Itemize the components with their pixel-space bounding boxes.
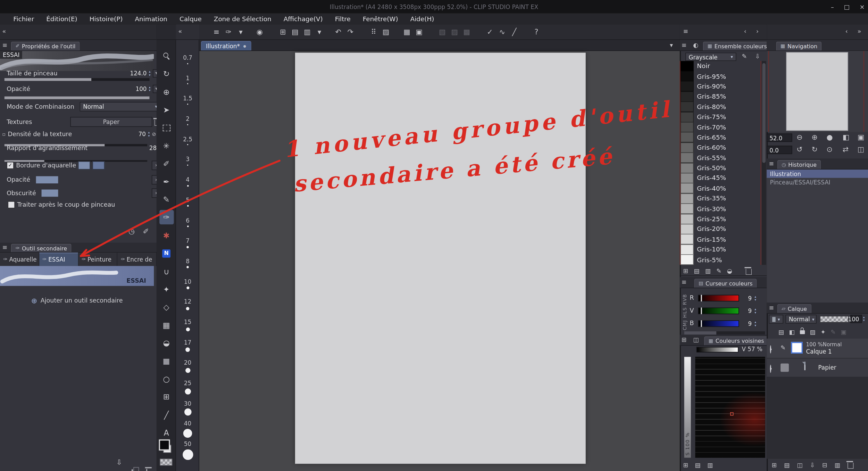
scrollbar-thumb[interactable] [684, 331, 716, 335]
register[interactable]: ◉ [253, 26, 266, 38]
prev-panel-icon[interactable]: ‹ [845, 28, 848, 34]
magnification-value[interactable]: 28 [149, 144, 157, 151]
canvas-panel-collapse-icon[interactable]: ▾ [670, 42, 673, 48]
pencil-tool[interactable]: ✎ [159, 192, 173, 207]
fill-tool[interactable]: ∪ [159, 264, 173, 278]
edge-darkness-bar[interactable] [42, 189, 58, 197]
clip-layer-icon[interactable]: ◧ [789, 329, 795, 336]
lock-pixels-icon[interactable]: ▨ [810, 329, 816, 336]
panel-menu-icon[interactable]: ≡ [2, 42, 7, 48]
auto-select-tool[interactable]: ✳ [159, 139, 173, 153]
color-model-tabs[interactable]: CMJ HLS RVB [682, 290, 687, 330]
brush-size-stepper[interactable] [149, 70, 151, 76]
tab-tool-properties[interactable]: ✐ Propriétés de l'outil [11, 42, 80, 51]
collapse-strip-icon[interactable]: « [178, 28, 182, 34]
color-set-preset-select[interactable]: Grayscale [685, 53, 736, 61]
brush-size-item[interactable]: 25 [176, 380, 199, 400]
snap-ruler[interactable]: ⠿ [368, 26, 380, 38]
open-file[interactable]: ▤ [289, 26, 301, 38]
history-item[interactable]: Illustration [767, 170, 868, 178]
panel-menu-icon[interactable]: ≡ [682, 42, 687, 48]
brush-size-item[interactable]: 3 [176, 156, 199, 176]
next-panel-icon[interactable]: › [756, 28, 759, 34]
balloon-tool[interactable]: N [159, 246, 173, 261]
opacity-slider[interactable] [5, 97, 150, 99]
layer-thumbnail[interactable] [791, 342, 802, 354]
save-file[interactable]: ▥ [301, 26, 313, 38]
menu-item[interactable]: Fichier [8, 15, 40, 23]
delete-color-icon[interactable] [745, 269, 752, 275]
delete-icon[interactable] [146, 469, 147, 471]
color-swatch-row[interactable]: Gris-30% [681, 204, 761, 214]
maximize-button[interactable]: □ [844, 3, 850, 10]
saturation-slider[interactable]: S 100 % [684, 357, 691, 457]
tool-history-icon[interactable]: ◷ [128, 228, 135, 235]
tab-sub-tool[interactable]: ✑ Outil secondaire [11, 244, 72, 252]
add-sub-tool-button[interactable]: ⊕ Ajouter un outil secondaire [0, 295, 154, 305]
new-canvas[interactable]: ⊞ [277, 26, 289, 38]
vector-curve[interactable]: ∿ [496, 26, 508, 38]
color-swatch-row[interactable]: Gris-95% [681, 71, 761, 81]
color-swatch-row[interactable]: Gris-45% [681, 173, 761, 183]
canvas[interactable] [295, 53, 586, 464]
channel-slider[interactable] [698, 295, 739, 301]
menu-item[interactable]: Calque [174, 15, 207, 23]
slider-scrollbar[interactable] [684, 331, 765, 335]
tab-color-set[interactable]: ▦ Ensemble couleurs [703, 42, 771, 51]
new-layer-icon[interactable]: ⊞ [772, 462, 777, 468]
edge-color-swatch-2[interactable] [93, 161, 105, 169]
fit-screen-icon[interactable]: ▣ [858, 133, 865, 141]
eraser-tool[interactable]: ◇ [159, 300, 173, 314]
tab-layers[interactable]: ▱ Calque [777, 304, 811, 313]
sub-tool-group-tab[interactable]: ✑ Aquarelle [0, 253, 39, 266]
brush-size-item[interactable]: 4 [176, 176, 199, 197]
zoom-100-icon[interactable]: ● [826, 133, 833, 141]
brush-size-slider[interactable] [5, 78, 150, 81]
brush-dropdown[interactable]: ▾ [235, 26, 247, 38]
register-material-icon[interactable]: ⇩ [116, 459, 122, 466]
layer-color-chip[interactable] [781, 364, 789, 372]
sub-tool-group-tab[interactable]: ✑ ESSAI [39, 253, 78, 266]
layer-row-1[interactable]: ✎ 100 %Normal Calque 1 [767, 339, 868, 358]
menu-item[interactable]: Histoire(P) [84, 15, 128, 23]
document-tab[interactable]: Illustration* ● [201, 41, 251, 50]
brush-size-item[interactable]: 0.7 [176, 54, 199, 75]
panel-menu-icon[interactable]: ≡ [682, 279, 687, 286]
tool-settings-icon[interactable]: ✐ [143, 228, 149, 235]
channel-stepper[interactable] [754, 320, 756, 327]
color-swatch-row[interactable]: Gris-80% [681, 102, 761, 112]
collapse-panel-icon[interactable]: « [2, 28, 6, 34]
palette-icon[interactable]: ◐ [693, 42, 698, 48]
vector-check[interactable]: ✓ [484, 26, 496, 38]
blend-mode-select[interactable]: Normal [80, 102, 161, 111]
brush-size-item[interactable]: 1 [176, 75, 199, 95]
redo[interactable]: ↷ [344, 26, 357, 38]
pen-tool[interactable]: ✒ [159, 174, 173, 189]
list-icon[interactable]: ▥ [707, 462, 713, 468]
layer-opacity-value[interactable]: 100 [850, 315, 862, 323]
tab-history[interactable]: ◷ Historique [777, 160, 821, 169]
close-button[interactable]: × [860, 3, 865, 10]
grid-icon[interactable]: ⊞ [683, 462, 688, 468]
opacity-value[interactable]: 100 [136, 85, 147, 92]
layer-visibility-icon[interactable] [770, 365, 771, 373]
select-mode-3[interactable]: ▩ [461, 26, 473, 38]
transform[interactable]: ▣ [413, 26, 425, 38]
selection-tool[interactable] [159, 121, 173, 135]
channel-stepper[interactable] [754, 307, 756, 314]
texture-button[interactable]: Paper [70, 117, 152, 127]
texture-density-value[interactable]: 70 [139, 131, 146, 137]
disable-icon[interactable]: ⊘ [152, 132, 156, 137]
edge-opacity-bar[interactable] [36, 176, 58, 183]
brush-size-item[interactable]: 30 [176, 400, 199, 420]
decoration-tool[interactable]: ✱ [159, 228, 173, 242]
sort-icon[interactable]: ▤ [694, 268, 700, 274]
window-icon[interactable]: ◫ [693, 337, 699, 343]
menu-item[interactable]: Affichage(V) [278, 15, 328, 23]
edit-icon[interactable]: ✎ [716, 268, 721, 274]
undo[interactable]: ↶ [332, 26, 344, 38]
zoom-out-icon[interactable]: ⊖ [796, 133, 802, 141]
select-mode-1[interactable]: ▧ [436, 26, 448, 38]
collapse-right-icon[interactable]: » [858, 28, 861, 34]
layer-blend-select[interactable]: Normal [785, 315, 816, 324]
